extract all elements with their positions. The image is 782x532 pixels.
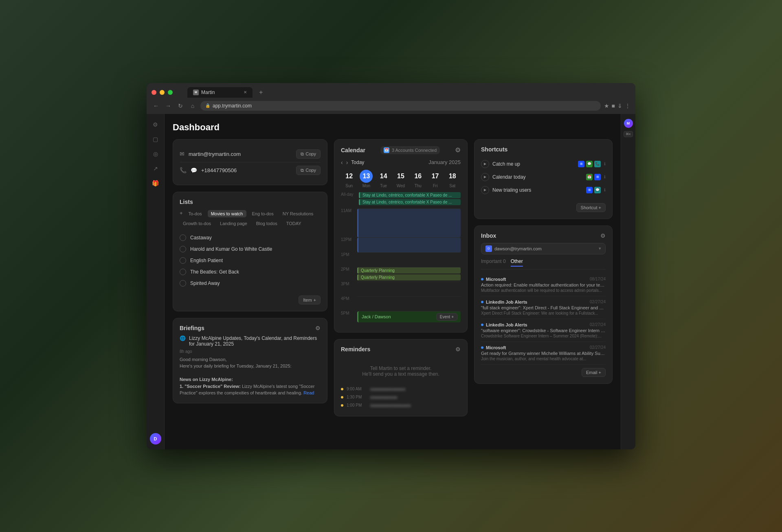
compose-email-button[interactable]: Email + [582, 368, 606, 377]
tab-todos[interactable]: To-dos [185, 210, 205, 217]
inbox-email-1[interactable]: LinkedIn Job Alerts 02/27/24 "full stack… [481, 296, 606, 319]
todo-checkbox-2[interactable] [180, 257, 186, 264]
quarterly-planning-event-2[interactable]: Quarterly Planning [357, 274, 461, 280]
email-preview-3: Join the musician, author, and mental he… [481, 357, 606, 361]
address-bar[interactable]: 🔒 app.trymartin.com [200, 101, 601, 111]
main-content: Dashboard ✉ martin@trymartin.com ⧉ Copy [165, 114, 621, 449]
inbox-tab-important[interactable]: Important 0 [481, 258, 506, 267]
cal-day-label-4: Thu [410, 184, 426, 188]
inbox-email-0[interactable]: Microsoft 08/17/24 Action required: Enab… [481, 274, 606, 296]
tab-eng-todos[interactable]: Eng to-dos [249, 210, 277, 217]
sidebar-avatar[interactable]: D [150, 433, 161, 444]
extensions-icon[interactable]: ■ [612, 103, 615, 109]
shortcut-info-1[interactable]: ℹ [604, 175, 606, 179]
menu-icon[interactable]: ⋮ [625, 103, 630, 109]
cal-day-label-5: Fri [427, 184, 443, 188]
quarterly-planning-event[interactable]: Quarterly Planning [357, 267, 461, 274]
sidebar-page-icon[interactable]: ▢ [150, 134, 161, 145]
tab-growth[interactable]: Growth to-dos [180, 220, 214, 227]
calendar-accounts[interactable]: 📅 3 Accounts Connected [380, 146, 440, 154]
cal-day-num-0[interactable]: 12 [343, 170, 356, 183]
reminder-placeholder-line2: He'll send you a text message then. [349, 371, 453, 377]
cal-block-event[interactable] [357, 209, 461, 237]
shortcut-name-0: Catch me up [492, 161, 575, 167]
download-icon[interactable]: ⇓ [617, 103, 622, 109]
add-event-button[interactable]: Event + [436, 313, 457, 321]
forward-button[interactable]: → [164, 101, 173, 110]
email-header-3: Microsoft 02/27/24 [481, 345, 606, 350]
tab-landing[interactable]: Landing page [217, 220, 250, 227]
back-button[interactable]: ← [152, 101, 160, 110]
read-more-link[interactable]: Read [303, 390, 314, 395]
tab-blog[interactable]: Blog todos [253, 220, 281, 227]
browser-toolbar: ← → ↻ ⌂ 🔒 app.trymartin.com ★ ■ ⇓ ⋮ [147, 98, 635, 114]
inbox-tab-other[interactable]: Other [511, 258, 523, 267]
cal-day-num-1[interactable]: 13 [360, 170, 373, 183]
5pm-event[interactable]: Jack / Dawson Event + [357, 311, 461, 322]
briefings-settings-icon[interactable]: ⚙ [315, 325, 321, 331]
app-badge-users-1: 💬 [594, 187, 601, 193]
bookmark-icon[interactable]: ★ [604, 103, 609, 109]
calendar-settings-icon[interactable]: ⚙ [455, 146, 461, 154]
cal-day-label-0: Sun [341, 184, 357, 188]
sidebar-arrow-icon[interactable]: ↗ [150, 163, 161, 174]
allday-label: All-day [341, 192, 357, 197]
todo-checkbox-3[interactable] [180, 269, 186, 275]
todo-checkbox-4[interactable] [180, 280, 186, 287]
app-badge-phone: 📞 [594, 161, 601, 167]
briefings-header: Briefings ⚙ [180, 325, 321, 331]
close-window-button[interactable] [152, 90, 156, 95]
todo-checkbox-1[interactable] [180, 246, 186, 252]
add-list-button[interactable]: + [180, 210, 183, 217]
todo-checkbox-0[interactable] [180, 234, 186, 241]
allday-event-1[interactable]: Stay at Lindo, céntrico, confortable X P… [359, 199, 461, 205]
minimize-window-button[interactable] [160, 90, 165, 95]
time-slot-1pm: 1PM [341, 252, 461, 267]
tab-close-button[interactable]: ✕ [244, 90, 247, 94]
reload-button[interactable]: ↻ [176, 101, 185, 110]
tab-today[interactable]: TODAY [283, 220, 305, 227]
inbox-email-2[interactable]: LinkedIn Job Alerts 02/27/24 "software e… [481, 319, 606, 342]
list-item: Harold and Kumar Go to White Castle [180, 243, 321, 255]
reminders-settings-icon[interactable]: ⚙ [455, 346, 461, 352]
cal-prev-button[interactable]: ‹ [341, 159, 343, 166]
cal-day-label-2: Tue [376, 184, 392, 188]
tab-movies[interactable]: Movies to watch [208, 210, 246, 217]
allday-event-0[interactable]: Stay at Lindo, céntrico, confortable X P… [359, 192, 461, 198]
shortcut-play-1[interactable]: ▶ [481, 173, 489, 181]
cal-today-button[interactable]: Today [351, 160, 364, 165]
add-item-button[interactable]: Item + [299, 296, 321, 304]
cal-day-num-4[interactable]: 16 [411, 170, 424, 183]
sidebar-settings-icon[interactable]: ⚙ [150, 119, 161, 130]
sidebar-target-icon[interactable]: ◎ [150, 148, 161, 160]
shortcut-info-2[interactable]: ℹ [604, 188, 606, 192]
inbox-card: Inbox ⚙ D dawson@trymartin.com ▾ Importa… [474, 225, 613, 384]
home-button[interactable]: ⌂ [188, 101, 197, 110]
new-tab-button[interactable]: + [256, 87, 266, 98]
cal-day-num-5[interactable]: 17 [429, 170, 442, 183]
cal-next-button[interactable]: › [346, 159, 348, 166]
shortcut-info-0[interactable]: ℹ [604, 162, 606, 166]
cal-block-event-2[interactable] [357, 238, 461, 252]
cmd-k-badge[interactable]: ⌘K [624, 131, 633, 137]
copy-email-button[interactable]: ⧉ Copy [296, 149, 321, 159]
shortcut-play-2[interactable]: ▶ [481, 186, 489, 194]
reminders-header: Reminders ⚙ [341, 346, 461, 352]
inbox-settings-icon[interactable]: ⚙ [600, 232, 606, 239]
inbox-email-3[interactable]: Microsoft 02/27/24 Get ready for Grammy … [481, 342, 606, 365]
shortcut-play-0[interactable]: ▶ [481, 160, 489, 168]
email-dot-3 [481, 346, 483, 349]
cal-day-num-3[interactable]: 15 [394, 170, 407, 183]
reminders-card: Reminders ⚙ Tell Martin to set a reminde… [334, 339, 468, 416]
add-shortcut-button[interactable]: Shortcut + [576, 203, 606, 212]
maximize-window-button[interactable] [168, 90, 173, 95]
tab-ny-resolutions[interactable]: NY Resolutions [279, 210, 317, 217]
inbox-account-selector[interactable]: D dawson@trymartin.com ▾ [481, 243, 606, 254]
sidebar-gift-icon[interactable]: 🎁 [150, 177, 161, 189]
copy-phone-button[interactable]: ⧉ Copy [296, 166, 321, 175]
browser-tab-martin[interactable]: M Martin ✕ [187, 87, 253, 98]
email-preview-2: Crowdstrike Software Engineer Intern – S… [481, 334, 606, 338]
cal-day-num-6[interactable]: 18 [446, 170, 459, 183]
briefing-time: 8h ago [180, 349, 321, 354]
cal-day-num-2[interactable]: 14 [377, 170, 390, 183]
